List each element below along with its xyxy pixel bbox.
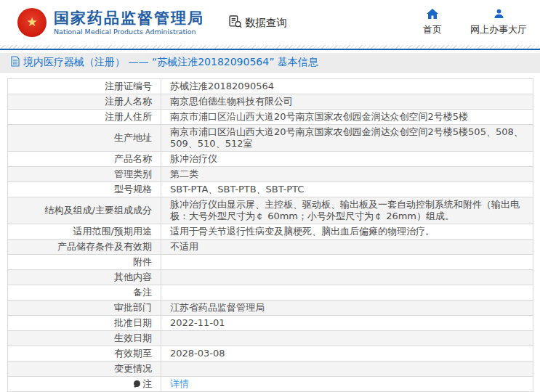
page-title-bar: 境内医疗器械（注册） —— “苏械注准20182090564” 基本信息	[0, 53, 540, 73]
row-value: 不适用	[161, 240, 533, 255]
table-row: 适用范围/预期用途适用于骨关节退行性病变及脑梗死、脑出血后偏瘫的物理治疗。	[8, 224, 533, 240]
row-label: 结构及组成/主要组成成分	[8, 197, 161, 224]
table-row: 注详情	[8, 377, 533, 392]
row-value: 南京市浦口区沿山西大道20号南京国家农创园金润达众创空间2号楼5楼505、508…	[161, 125, 533, 152]
table-row: 附件	[8, 255, 533, 270]
national-emblem-logo: ★	[17, 8, 47, 37]
row-value: 苏械注准20182090564	[161, 79, 533, 94]
row-label: 注册人名称	[8, 94, 161, 110]
table-row: 生产地址南京市浦口区沿山西大道20号南京国家农创园金润达众创空间2号楼5楼505…	[8, 125, 533, 152]
emblem-star-icon: ★	[26, 16, 37, 28]
table-row: 有效期至2028-03-08	[8, 346, 533, 362]
row-label: 产品储存条件及有效期	[8, 240, 161, 255]
row-label-text: 产品储存条件及有效期	[57, 241, 152, 252]
row-label: 适用范围/预期用途	[8, 224, 161, 240]
row-value: 详情	[161, 377, 533, 392]
document-icon	[11, 56, 20, 70]
row-label: 其他内容	[8, 270, 161, 285]
row-label: 注册证编号	[8, 79, 161, 94]
table-row: 变更情况	[8, 362, 533, 377]
row-label-text: 变更情况	[114, 363, 152, 374]
row-label-text: 其他内容	[114, 271, 152, 282]
row-label-text: 注册证编号	[105, 81, 152, 91]
info-table: 注册证编号苏械注准20182090564注册人名称南京思伯德生物科技有限公司注册…	[7, 78, 533, 392]
row-label: 注	[8, 377, 161, 392]
row-label-text: 注册人名称	[105, 96, 152, 107]
row-value: 2022-11-01	[161, 316, 533, 331]
details-link[interactable]: 详情	[170, 378, 189, 389]
nav-online-hall-label: 网上办事大厅	[470, 23, 527, 36]
top-nav: 首页 网上办事大厅	[416, 9, 530, 36]
row-value: 江苏省药品监督管理局	[161, 301, 533, 316]
row-label-text: 产品名称	[114, 153, 152, 164]
table-row: 结构及组成/主要组成成分脉冲治疗仪由显示屏、主控板、驱动板、输出板及一套自动控制…	[8, 197, 533, 224]
row-value: 脉冲治疗仪	[161, 152, 533, 167]
page-title: 境内医疗器械（注册） —— “苏械注准20182090564” 基本信息	[23, 56, 318, 69]
table-row: 审批部门江苏省药品监督管理局	[8, 301, 533, 316]
table-row: 注册人名称南京思伯德生物科技有限公司	[8, 94, 533, 110]
table-row: 管理类别第二类	[8, 167, 533, 182]
row-label: 产品名称	[8, 152, 161, 167]
table-row: 型号规格SBT-PTA、SBT-PTB、SBT-PTC	[8, 182, 533, 197]
table-row: 注册证编号苏械注准20182090564	[8, 79, 533, 94]
info-table-body: 注册证编号苏械注准20182090564注册人名称南京思伯德生物科技有限公司注册…	[8, 79, 533, 392]
title-table-gap	[0, 73, 540, 78]
row-value: 南京思伯德生物科技有限公司	[161, 94, 533, 110]
row-value: 2028-03-08	[161, 346, 533, 362]
row-value	[161, 285, 533, 301]
row-value	[161, 331, 533, 346]
nav-home[interactable]: 首页	[416, 9, 448, 36]
row-value: 第二类	[161, 167, 533, 182]
row-label: 型号规格	[8, 182, 161, 197]
row-value: 南京市浦口区沿山西大道20号南京国家农创园金润达众创空间2号楼5楼	[161, 110, 533, 125]
row-label: 注册人住所	[8, 110, 161, 125]
row-label-text: 管理类别	[114, 168, 152, 179]
table-row: 备注	[8, 285, 533, 301]
row-value	[161, 362, 533, 377]
table-row: 产品储存条件及有效期不适用	[8, 240, 533, 255]
table-row: 产品名称脉冲治疗仪	[8, 152, 533, 167]
row-label: 有效期至	[8, 346, 161, 362]
data-query-link[interactable]: 数据查询	[229, 15, 287, 30]
row-label: 管理类别	[8, 167, 161, 182]
row-label-text: 审批部门	[114, 302, 152, 313]
row-label-text: 有效期至	[114, 348, 152, 359]
row-label-text: 适用范围/预期用途	[73, 226, 152, 237]
row-label-text: 附件	[133, 256, 152, 267]
row-label-text: 生效日期	[114, 332, 152, 343]
row-label: 生产地址	[8, 125, 161, 152]
brand-text: 国家药品监督管理局 National Medical Products Admi…	[54, 9, 204, 36]
table-row: 生效日期	[8, 331, 533, 346]
row-label-text: 型号规格	[114, 184, 152, 195]
row-label: 备注	[8, 285, 161, 301]
row-label-text: 结构及组成/主要组成成分	[45, 205, 152, 216]
table-row: 批准日期2022-11-01	[8, 316, 533, 331]
row-label: 批准日期	[8, 316, 161, 331]
row-label-text: 注册人住所	[105, 111, 152, 122]
row-label: 附件	[8, 255, 161, 270]
row-label: 审批部门	[8, 301, 161, 316]
nav-home-label: 首页	[423, 23, 442, 36]
data-query-label: 数据查询	[245, 16, 287, 30]
table-row: 注册人住所南京市浦口区沿山西大道20号南京国家农创园金润达众创空间2号楼5楼	[8, 110, 533, 125]
row-value: 脉冲治疗仪由显示屏、主控板、驱动板、输出板及一套自动控制系统和附件（输出电极：大…	[161, 197, 533, 224]
data-query-icon	[229, 15, 242, 30]
note-icon	[134, 380, 140, 387]
row-value: 适用于骨关节退行性病变及脑梗死、脑出血后偏瘫的物理治疗。	[161, 224, 533, 240]
table-row: 其他内容	[8, 270, 533, 285]
row-label: 变更情况	[8, 362, 161, 377]
row-value: SBT-PTA、SBT-PTB、SBT-PTC	[161, 182, 533, 197]
row-value	[161, 270, 533, 285]
brand-title: 国家药品监督管理局	[54, 9, 204, 27]
home-icon	[427, 9, 438, 21]
user-icon	[493, 9, 504, 21]
nav-online-hall[interactable]: 网上办事大厅	[470, 9, 527, 36]
row-label-text: 注	[142, 378, 152, 389]
row-label: 生效日期	[8, 331, 161, 346]
site-header: ★ 国家药品监督管理局 National Medical Products Ad…	[0, 0, 540, 45]
brand-subtitle: National Medical Products Administration	[54, 28, 204, 36]
row-label-text: 生产地址	[114, 132, 152, 143]
row-label-text: 备注	[133, 287, 152, 298]
row-label-text: 批准日期	[114, 317, 152, 328]
row-value	[161, 255, 533, 270]
